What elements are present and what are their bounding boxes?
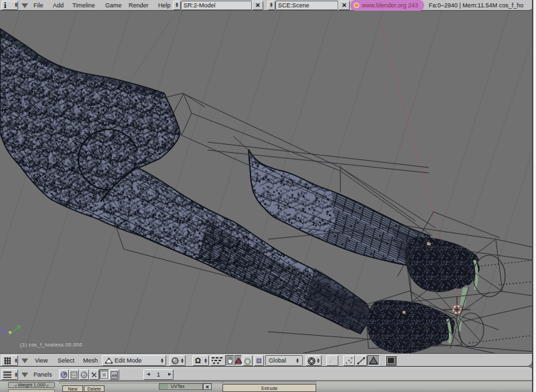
svg-text:(1) cos_f_hostess.00.000: (1) cos_f_hostess.00.000 xyxy=(20,342,82,348)
